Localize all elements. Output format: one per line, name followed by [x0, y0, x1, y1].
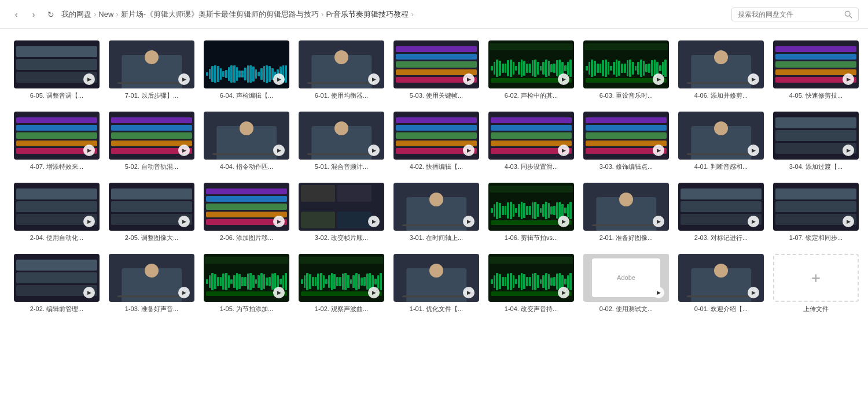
file-label: 2-04. 使用自动化... — [14, 234, 100, 242]
play-icon: ▶ — [748, 145, 759, 156]
file-item[interactable]: ▶ 4-06. 添加并修剪... — [676, 38, 766, 102]
back-button[interactable]: ‹ — [9, 8, 23, 21]
file-item[interactable]: ▶ 7-01. 以后步骤】... — [106, 38, 197, 102]
file-item[interactable]: ▶ 6-03. 重设音乐时... — [581, 38, 671, 102]
play-icon: ▶ — [273, 216, 285, 227]
forward-button[interactable]: › — [27, 8, 41, 21]
file-item[interactable]: ▶ 1-06. 剪辑节拍vs... — [486, 180, 576, 245]
play-icon: ▶ — [368, 145, 380, 156]
play-icon: ▶ — [178, 216, 190, 227]
file-item[interactable]: ▶ 3-01. 在时间轴上... — [391, 180, 481, 245]
play-icon: ▶ — [83, 73, 95, 85]
file-item[interactable]: ▶ 4-04. 指令动作匹... — [201, 109, 292, 173]
breadcrumb-item-home[interactable]: 我的网盘 — [61, 9, 91, 20]
file-label: 2-06. 添加图片移... — [204, 234, 289, 242]
play-icon: ▶ — [178, 73, 190, 85]
thumbnail: ▶ — [14, 112, 100, 160]
breadcrumb-sep-2: › — [321, 10, 323, 19]
search-input[interactable] — [738, 10, 841, 19]
thumbnail: ▶ — [488, 183, 574, 231]
breadcrumb-item-course[interactable]: 新片场-《剪辑大师课》奥斯卡最佳剪辑师的剪辑思路与技巧 — [121, 9, 319, 20]
file-item[interactable]: ▶ 3-03. 修饰编辑点... — [581, 109, 671, 173]
file-item[interactable]: ▶ 1-04. 改变声音持... — [486, 252, 576, 316]
file-item[interactable]: ▶ 0-01. 欢迎介绍【... — [676, 252, 766, 316]
file-item[interactable]: ▶ 2-02. 编辑前管理... — [12, 252, 102, 316]
file-label: 3-02. 改变帧片顺... — [299, 234, 384, 242]
search-button[interactable] — [844, 10, 852, 19]
file-item[interactable]: ▶ 4-01. 判断音感和... — [676, 109, 766, 173]
file-item[interactable]: ▶ 3-02. 改变帧片顺... — [296, 180, 387, 245]
file-item[interactable]: ▶ 6-04. 声检编辑【... — [201, 38, 292, 102]
thumbnail: ▶ — [204, 112, 289, 160]
file-item[interactable]: ▶ 6-05. 调整音调【... — [12, 38, 102, 102]
refresh-button[interactable]: ↻ — [44, 8, 58, 21]
file-label: 2-03. 对标记进行... — [678, 234, 764, 242]
upload-label: 上传文件 — [773, 305, 859, 313]
play-icon: ▶ — [843, 216, 854, 227]
play-icon: ▶ — [178, 287, 190, 298]
file-item[interactable]: ▶ 1-02. 观察声波曲... — [296, 252, 387, 316]
file-label: 3-04. 添加过渡【... — [773, 162, 859, 171]
file-item[interactable]: ▶ 3-04. 添加过渡【... — [771, 109, 861, 173]
file-item[interactable]: ▶ 6-01. 使用均衡器... — [296, 38, 387, 102]
upload-box[interactable]: + — [773, 254, 859, 302]
play-icon: ▶ — [653, 287, 664, 298]
file-item[interactable]: ▶ 2-04. 使用自动化... — [12, 180, 102, 245]
file-label: 2-05. 调整图像大... — [109, 234, 194, 242]
file-label: 6-04. 声检编辑【... — [204, 91, 289, 100]
play-icon: ▶ — [83, 287, 95, 298]
play-icon: ▶ — [843, 145, 854, 156]
thumbnail: ▶ — [393, 254, 479, 302]
file-label: 1-06. 剪辑节拍vs... — [488, 234, 574, 242]
breadcrumb-item-current: Pr音乐节奏剪辑技巧教程 — [326, 9, 409, 20]
file-item[interactable]: ▶ 2-03. 对标记进行... — [676, 180, 766, 245]
file-label: 0-02. 使用测试文... — [583, 305, 669, 313]
thumbnail: ▶ — [299, 40, 384, 88]
breadcrumb-sep-0: › — [94, 10, 96, 19]
file-item[interactable]: ▶ 2-06. 添加图片移... — [201, 180, 292, 245]
file-item[interactable]: ▶ 4-07. 增添特效来... — [12, 109, 102, 173]
play-icon: ▶ — [368, 216, 380, 227]
file-item[interactable]: ▶ 6-02. 声检中的其... — [486, 38, 576, 102]
file-item[interactable]: ▶ 4-02. 快播编辑【... — [391, 109, 481, 173]
file-label: 1-03. 准备好声音... — [109, 305, 194, 313]
thumbnail: Adobe ▶ — [583, 254, 669, 302]
file-item[interactable]: ▶ 2-01. 准备好图像... — [581, 180, 671, 245]
thumbnail: ▶ — [773, 40, 859, 88]
thumbnail: ▶ — [773, 112, 859, 160]
file-label: 0-01. 欢迎介绍【... — [678, 305, 764, 313]
thumbnail: ▶ — [488, 112, 574, 160]
play-icon: ▶ — [843, 73, 854, 85]
file-label: 4-06. 添加并修剪... — [678, 91, 764, 100]
play-icon: ▶ — [83, 145, 95, 156]
thumbnail: ▶ — [678, 254, 764, 302]
breadcrumb: 我的网盘 › New › 新片场-《剪辑大师课》奥斯卡最佳剪辑师的剪辑思路与技巧… — [61, 9, 728, 20]
file-label: 5-01. 混合音频计... — [299, 162, 384, 171]
file-item[interactable]: ▶ 1-03. 准备好声音... — [106, 252, 197, 316]
file-item[interactable]: ▶ 2-05. 调整图像大... — [106, 180, 197, 245]
thumbnail: ▶ — [204, 254, 289, 302]
play-icon: ▶ — [558, 216, 569, 227]
file-item[interactable]: ▶ 4-05. 快速修剪技... — [771, 38, 861, 102]
play-icon: ▶ — [83, 216, 95, 227]
file-item[interactable]: ▶ 4-03. 同步设置滑... — [486, 109, 576, 173]
file-item[interactable]: ▶ 1-07. 锁定和同步... — [771, 180, 861, 245]
file-label: 5-02. 自动音轨混... — [109, 162, 194, 171]
file-item[interactable]: ▶ 5-01. 混合音频计... — [296, 109, 387, 173]
thumbnail: ▶ — [14, 40, 100, 88]
play-icon: ▶ — [748, 287, 759, 298]
file-item[interactable]: + 上传文件 — [771, 252, 861, 316]
thumbnail: ▶ — [14, 254, 100, 302]
file-item[interactable]: ▶ 1-05. 为节拍添加... — [201, 252, 292, 316]
svg-line-1 — [849, 16, 852, 18]
file-item[interactable]: Adobe ▶ 0-02. 使用测试文... — [581, 252, 671, 316]
file-item[interactable]: ▶ 1-01. 优化文件【... — [391, 252, 481, 316]
breadcrumb-item-new[interactable]: New — [98, 10, 113, 19]
file-item[interactable]: ▶ 5-03. 使用关键帧... — [391, 38, 481, 102]
thumbnail: ▶ — [393, 112, 479, 160]
play-icon: ▶ — [273, 287, 285, 298]
thumbnail: ▶ — [678, 183, 764, 231]
file-label: 6-03. 重设音乐时... — [583, 91, 669, 100]
file-item[interactable]: ▶ 5-02. 自动音轨混... — [106, 109, 197, 173]
play-icon: ▶ — [463, 73, 475, 85]
